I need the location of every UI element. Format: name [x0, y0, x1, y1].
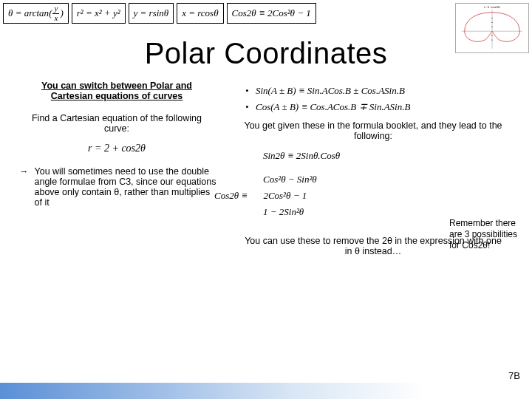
lead-text: You get given these in the formula bookl… [233, 120, 513, 141]
identity-cos: Cos(A ± B) ≡ Cos.ACos.B ∓ Sin.ASin.B [245, 101, 519, 113]
side-note: Remember there are 3 possibilities for C… [449, 218, 523, 251]
svg-point-4 [491, 27, 492, 27]
formula-y: y = rsinθ [129, 3, 174, 24]
content-area: You can switch between Polar and Cartesi… [0, 70, 532, 256]
left-column: You can switch between Polar and Cartesi… [13, 81, 220, 256]
footer-gradient [0, 383, 532, 399]
svg-point-5 [491, 35, 492, 36]
bullet-text: You will sometimes need to use the doubl… [35, 166, 221, 208]
page-number: 7B [508, 370, 520, 381]
polar-curve-icon [456, 4, 528, 53]
svg-point-6 [491, 39, 492, 40]
eq-cos2-a: Cos²θ − Sin²θ [228, 174, 519, 185]
eq-cos2-c: 1 − 2Sin²θ [228, 206, 519, 218]
formula-theta: θ = arctan ( y x ) [3, 3, 69, 24]
section-heading: You can switch between Polar and Cartesi… [13, 81, 220, 101]
formula-r2: r² = x² + y² [72, 3, 126, 24]
bullet-item: → You will sometimes need to use the dou… [13, 166, 220, 208]
eq-cos2-b: 2Cos²θ − 1 [263, 190, 307, 201]
slide-title: Polar Coordinates [0, 37, 532, 70]
eq-cos2-row: Cos2θ ≡ 2Cos²θ − 1 [214, 190, 519, 202]
polar-plot-thumbnail: r=5+cos2θ [455, 3, 529, 53]
identity-sin: Sin(A ± B) ≡ Sin.ACos.B ± Cos.ASin.B [245, 85, 519, 97]
svg-point-2 [491, 18, 492, 18]
formula-text: θ = arctan [8, 7, 49, 19]
right-column: Sin(A ± B) ≡ Sin.ACos.B ± Cos.ASin.B Cos… [228, 81, 519, 256]
eq-sin2: Sin2θ ≡ 2Sinθ.Cosθ [228, 150, 519, 162]
formula-cos2: Cos2θ ≡ 2Cos²θ − 1 [227, 3, 316, 24]
formula-x: x = rcosθ [177, 3, 223, 24]
svg-point-3 [491, 22, 492, 23]
prompt-text: Find a Cartesian equation of the followi… [13, 113, 220, 134]
given-equation: r = 2 + cos2θ [13, 143, 220, 154]
arrow-icon: → [19, 166, 29, 208]
